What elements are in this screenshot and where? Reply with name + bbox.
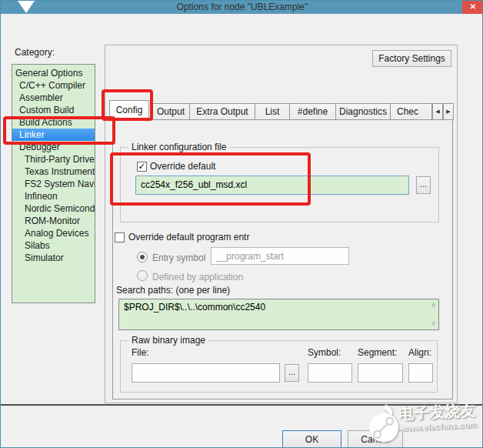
tab-extra-output[interactable]: Extra Output [189, 103, 255, 120]
override-program-entry-label: Override default program entr [128, 232, 249, 242]
title-bar[interactable]: Options for node "UBLExample" [1, 1, 483, 14]
entry-symbol-radio[interactable] [137, 252, 148, 262]
factory-settings-button[interactable]: Factory Settings [372, 50, 451, 67]
category-item-simulator[interactable]: Simulator [12, 252, 95, 264]
tab-list[interactable]: List [255, 103, 290, 120]
category-item-fs2-system-navigator[interactable]: FS2 System Naviga [12, 178, 95, 190]
align-input[interactable] [408, 363, 433, 383]
options-dialog: Options for node "UBLExample" ✕ Category… [0, 0, 483, 448]
entry-symbol-input[interactable]: __program_start [211, 247, 349, 265]
tab-scroll-left-button[interactable]: ◀ [432, 103, 443, 120]
file-input[interactable] [132, 363, 280, 383]
category-item-third-party-driver[interactable]: Third-Party Driver [12, 153, 95, 165]
category-item-c-compiler[interactable]: C/C++ Compiler [12, 79, 95, 92]
scroll-up-icon[interactable]: ∧ [431, 302, 436, 309]
category-item-custom-build[interactable]: Custom Build [12, 104, 95, 116]
align-label: Align: [408, 347, 431, 358]
symbol-input[interactable] [308, 363, 352, 383]
close-button[interactable]: ✕ [462, 1, 483, 14]
linker-config-file-input[interactable]: cc254x_f256_ubl_msd.xcl [135, 176, 409, 195]
tab-diagnostics[interactable]: Diagnostics [335, 103, 391, 120]
ok-button[interactable]: OK [282, 430, 341, 448]
tab-define[interactable]: #define [289, 103, 336, 120]
defined-by-application-label: Defined by application [152, 272, 243, 283]
search-paths-textarea[interactable]: $PROJ_DIR$\..\..\common\cc2540 ∧ ∨ [118, 299, 439, 330]
symbol-label: Symbol: [308, 347, 341, 358]
scroll-down-icon[interactable]: ∨ [431, 320, 436, 327]
checkmark-icon: ✓ [138, 161, 145, 172]
arrow-right-icon: ▶ [446, 109, 450, 114]
window-title: Options for node "UBLExample" [1, 1, 483, 14]
category-label: Category: [15, 47, 55, 58]
override-default-checkbox[interactable]: ✓ [137, 162, 147, 172]
category-item-debugger[interactable]: Debugger [12, 141, 95, 153]
arrow-left-icon: ◀ [435, 109, 439, 114]
close-icon: ✕ [470, 2, 476, 11]
elecfans-watermark: 电子发烧友 www.elecfans.com [359, 396, 483, 448]
category-item-build-actions[interactable]: Build Actions [12, 116, 95, 129]
linker-config-group-label: Linker configuration file [128, 142, 229, 152]
override-default-label: Override default [150, 161, 215, 172]
tab-scroll-right-button[interactable]: ▶ [443, 103, 454, 120]
override-program-entry-checkbox[interactable] [115, 232, 125, 242]
category-item-nordic-semiconductor[interactable]: Nordic Semiconduc [12, 202, 95, 215]
category-item-assembler[interactable]: Assembler [12, 92, 95, 104]
defined-by-application-radio[interactable] [137, 270, 148, 281]
pointer-artifact [18, 1, 35, 13]
category-item-linker[interactable]: Linker [12, 129, 95, 141]
browse-file-button[interactable]: ... [285, 364, 299, 382]
category-item-infineon[interactable]: Infineon [12, 190, 95, 202]
raw-binary-group-label: Raw binary image [128, 335, 208, 346]
file-label: File: [132, 347, 149, 358]
search-paths-value: $PROJ_DIR$\..\..\common\cc2540 [119, 299, 438, 313]
radio-dot [140, 255, 145, 259]
category-item-general-options[interactable]: General Options [12, 67, 95, 79]
entry-symbol-label: Entry symbol [152, 252, 205, 263]
browse-linker-config-button[interactable]: ... [416, 176, 431, 194]
category-item-rom-monitor[interactable]: ROM-Monitor [12, 215, 95, 227]
search-paths-label: Search paths: (one per line) [116, 285, 230, 296]
tab-config[interactable]: Config [109, 100, 149, 121]
category-item-silabs[interactable]: Silabs [12, 239, 95, 252]
category-listbox[interactable]: General Options C/C++ Compiler Assembler… [12, 64, 95, 303]
tab-output[interactable]: Output [152, 103, 190, 120]
tab-checksum[interactable]: Chec [390, 103, 432, 120]
category-item-analog-devices[interactable]: Analog Devices [12, 227, 95, 239]
segment-input[interactable] [358, 363, 403, 383]
segment-label: Segment: [358, 347, 397, 358]
category-item-texas-instruments[interactable]: Texas Instruments [12, 165, 95, 178]
